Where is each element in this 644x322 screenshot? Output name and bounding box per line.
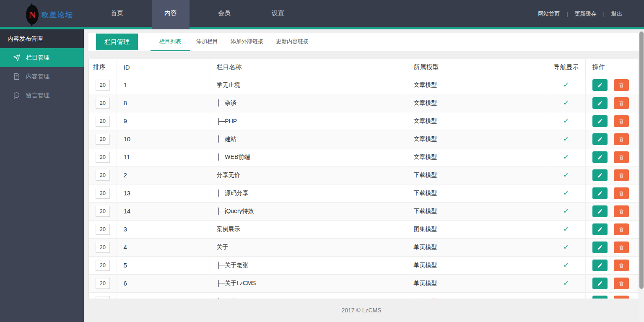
sidebar-item-label: 内容管理 [26, 73, 49, 80]
nav-display-cell: ✓ [547, 148, 585, 166]
edit-button[interactable] [592, 79, 608, 91]
logo-text: 欧星论坛 [42, 10, 73, 20]
nav-item-settings[interactable]: 设置 [259, 0, 297, 29]
pencil-icon [597, 118, 603, 124]
check-icon: ✓ [563, 81, 569, 89]
id-cell: 11 [117, 148, 210, 166]
sort-cell [89, 94, 117, 112]
vertical-scrollbar[interactable] [639, 29, 644, 322]
refresh-cache-link[interactable]: 更新缓存 [575, 10, 597, 18]
sort-input[interactable] [96, 98, 110, 109]
actions-cell [585, 184, 639, 202]
column-header-nav-display: 导航显示 [547, 59, 585, 76]
delete-button[interactable] [614, 260, 629, 271]
check-icon: ✓ [563, 135, 569, 143]
nav-display-cell: ✓ [547, 220, 585, 238]
edit-button[interactable] [592, 151, 608, 163]
sort-input[interactable] [96, 152, 110, 163]
edit-button[interactable] [592, 97, 608, 109]
edit-button[interactable] [592, 115, 608, 127]
actions-cell [585, 274, 639, 292]
tabs: 栏目列表 添加栏目 添加外部链接 更新内容链接 [151, 33, 315, 51]
nav-item-home[interactable]: 首页 [98, 0, 136, 29]
sort-cell [89, 148, 117, 166]
logo[interactable]: N 欧星论坛 [26, 4, 73, 25]
delete-button[interactable] [614, 187, 629, 199]
sort-input[interactable] [96, 278, 110, 289]
model-cell: 图集模型 [407, 220, 547, 238]
tab-bar: 栏目管理 栏目列表 添加栏目 添加外部链接 更新内容链接 [88, 33, 639, 51]
pencil-icon [597, 280, 603, 286]
sort-input[interactable] [96, 224, 110, 235]
table-row: 6 ├─关于LzCMS 单页模型 ✓ [89, 274, 639, 292]
sort-input[interactable] [96, 188, 110, 199]
scrollbar-thumb[interactable] [639, 31, 644, 289]
nav-item-members[interactable]: 会员 [205, 0, 243, 29]
document-icon [13, 73, 21, 80]
delete-button[interactable] [614, 278, 629, 289]
sort-input[interactable] [96, 242, 110, 253]
trash-icon [618, 136, 624, 142]
category-name-cell: 学无止境 [210, 76, 407, 94]
id-cell: 13 [117, 184, 210, 202]
pencil-icon [597, 136, 603, 142]
edit-button[interactable] [592, 242, 608, 253]
tab-category-list[interactable]: 栏目列表 [151, 33, 190, 51]
check-icon: ✓ [563, 189, 569, 197]
table-row: 5 ├─关于老张 单页模型 ✓ [89, 256, 639, 274]
delete-button[interactable] [614, 242, 629, 253]
edit-button[interactable] [592, 133, 608, 145]
delete-button[interactable] [614, 223, 629, 235]
copyright-text: 2017 © LzCMS [341, 307, 381, 314]
trash-icon [618, 208, 624, 214]
delete-button[interactable] [614, 115, 629, 127]
delete-button[interactable] [614, 151, 629, 163]
category-name-cell: 关于 [210, 238, 407, 256]
table-header-row: 排序 ID 栏目名称 所属模型 导航显示 操作 [89, 59, 639, 76]
logout-link[interactable]: 退出 [611, 10, 622, 18]
edit-button[interactable] [592, 223, 608, 235]
delete-button[interactable] [614, 79, 629, 91]
table-row: 8 ├─杂谈 文章模型 ✓ [89, 94, 639, 112]
column-header-name: 栏目名称 [210, 59, 407, 76]
tab-update-content-links[interactable]: 更新内容链接 [270, 33, 315, 51]
edit-button[interactable] [592, 169, 608, 181]
edit-button[interactable] [592, 260, 608, 271]
sort-input[interactable] [96, 134, 110, 145]
delete-button[interactable] [614, 169, 629, 181]
edit-button[interactable] [592, 278, 608, 289]
site-home-link[interactable]: 网站首页 [538, 10, 560, 18]
sort-input[interactable] [96, 80, 110, 91]
sort-input[interactable] [96, 170, 110, 181]
edit-button[interactable] [592, 187, 608, 199]
check-icon: ✓ [563, 225, 569, 233]
sort-input[interactable] [96, 116, 110, 127]
footer: 2017 © LzCMS [84, 299, 639, 322]
nav-item-content[interactable]: 内容 [152, 0, 190, 29]
table-row: 2 分享无价 下载模型 ✓ [89, 166, 639, 184]
tab-add-external-link[interactable]: 添加外部链接 [224, 33, 270, 51]
module-button-categories[interactable]: 栏目管理 [96, 34, 138, 50]
sort-input[interactable] [96, 260, 110, 271]
delete-button[interactable] [614, 133, 629, 145]
column-header-actions: 操作 [585, 59, 639, 76]
sidebar-item-content[interactable]: 内容管理 [0, 67, 84, 86]
sidebar-item-categories[interactable]: 栏目管理 [0, 48, 84, 67]
model-cell: 单页模型 [407, 238, 547, 256]
id-cell: 2 [117, 166, 210, 184]
column-header-id: ID [117, 59, 210, 76]
check-icon: ✓ [563, 117, 569, 125]
actions-cell [585, 130, 639, 148]
sidebar-item-messages[interactable]: 留言管理 [0, 86, 84, 105]
trash-icon [618, 82, 624, 88]
edit-button[interactable] [592, 205, 608, 217]
nav-display-cell: ✓ [547, 76, 585, 94]
check-icon: ✓ [563, 243, 569, 251]
sort-input[interactable] [96, 206, 110, 217]
delete-button[interactable] [614, 205, 629, 217]
tab-add-category[interactable]: 添加栏目 [190, 33, 224, 51]
delete-button[interactable] [614, 97, 629, 109]
actions-cell [585, 220, 639, 238]
model-cell: 文章模型 [407, 76, 547, 94]
nav-display-cell: ✓ [547, 256, 585, 274]
